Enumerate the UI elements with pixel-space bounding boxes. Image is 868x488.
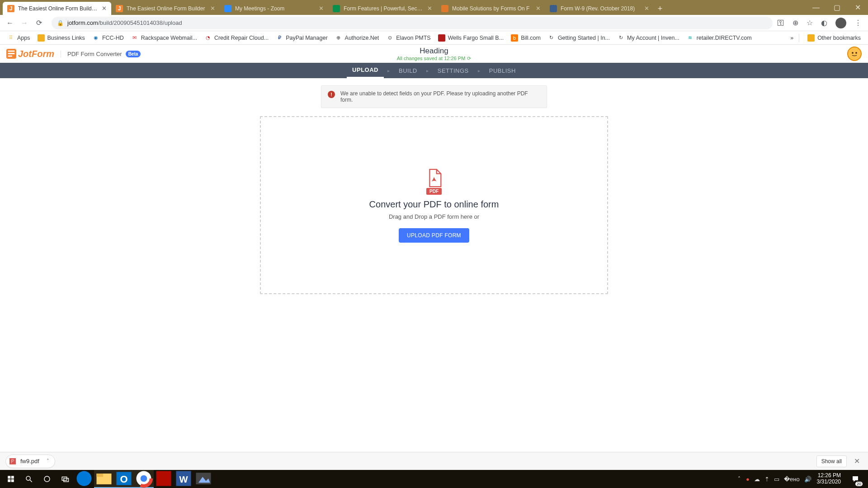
close-shelf-button[interactable]: ✕ xyxy=(851,455,863,467)
browser-tabstrip: J The Easiest Online Form Builder | ✕ J … xyxy=(0,0,868,15)
chevron-right-icon: ▸ xyxy=(426,68,429,73)
logo-mark-icon xyxy=(6,49,16,59)
tray-wifi-icon[interactable]: �ено xyxy=(784,476,800,483)
show-all-downloads-button[interactable]: Show all xyxy=(816,455,847,467)
close-icon[interactable]: ✕ xyxy=(102,5,107,11)
taskbar-app-edge[interactable] xyxy=(74,470,94,488)
key-icon[interactable]: ⚿ xyxy=(777,19,784,27)
star-icon[interactable]: ☆ xyxy=(807,19,813,27)
browser-tab[interactable]: My Meetings - Zoom ✕ xyxy=(220,2,328,15)
tray-icon[interactable]: ● xyxy=(746,476,750,483)
browser-tab[interactable]: Mobile Solutions by Forms On F ✕ xyxy=(437,2,545,15)
menu-icon[interactable]: ⋮ xyxy=(854,19,862,27)
maximize-button[interactable]: ▢ xyxy=(826,0,847,15)
chevron-up-icon[interactable]: ˄ xyxy=(47,458,49,464)
svg-point-2 xyxy=(855,52,857,54)
favicon-icon: J xyxy=(7,5,14,12)
close-icon[interactable]: ✕ xyxy=(644,5,649,11)
tab-title: The Easiest Online Form Builder | xyxy=(18,5,98,12)
pdf-file-icon: 🅿 xyxy=(9,458,16,465)
back-button[interactable]: ← xyxy=(4,17,16,29)
bookmark-item[interactable]: ↻Getting Started | In... xyxy=(545,33,613,43)
bookmark-item[interactable]: bBill.com xyxy=(508,33,543,43)
forward-button[interactable]: → xyxy=(18,17,31,29)
svg-point-1 xyxy=(852,52,854,54)
bookmark-item[interactable]: Business Links xyxy=(35,33,88,43)
stage-publish[interactable]: PUBLISH xyxy=(484,63,521,78)
bookmarks-overflow[interactable]: » xyxy=(790,35,793,41)
address-bar: ← → ⟳ 🔒 jotform.com/build/20090545101403… xyxy=(0,15,868,31)
tray-chevron-icon[interactable]: ˄ xyxy=(738,476,741,482)
svg-point-9 xyxy=(44,476,50,482)
bookmark-item[interactable]: ↻My Account | Inven... xyxy=(614,33,682,43)
upload-pdf-button[interactable]: UPLOAD PDF FORM xyxy=(399,228,469,243)
user-avatar[interactable] xyxy=(847,47,862,61)
download-item[interactable]: 🅿 fw9.pdf ˄ xyxy=(5,455,55,468)
url-input[interactable]: 🔒 jotform.com/build/200905451014038/uplo… xyxy=(52,17,773,29)
taskbar-app-explorer[interactable] xyxy=(94,470,114,488)
browser-tab[interactable]: J The Easiest Online Form Builder ✕ xyxy=(111,2,220,15)
favicon-icon xyxy=(333,5,340,12)
action-center-button[interactable]: 20 xyxy=(846,470,864,488)
close-icon[interactable]: ✕ xyxy=(319,5,324,11)
close-window-button[interactable]: ✕ xyxy=(847,0,868,15)
favicon-icon xyxy=(441,5,448,12)
bookmark-item[interactable]: ◉FCC-HD xyxy=(90,33,127,43)
taskbar-app-word[interactable]: W xyxy=(174,470,193,488)
bookmark-item[interactable]: ⊙Elavon PMTS xyxy=(383,33,433,43)
close-icon[interactable]: ✕ xyxy=(210,5,215,11)
taskbar-app-chrome[interactable] xyxy=(134,470,154,488)
svg-point-19 xyxy=(141,475,147,482)
browser-tab[interactable]: Form W-9 (Rev. October 2018) ✕ xyxy=(545,2,654,15)
svg-rect-20 xyxy=(156,471,171,486)
other-bookmarks[interactable]: Other bookmarks xyxy=(805,33,863,43)
zoom-icon[interactable]: ⊕ xyxy=(793,19,798,27)
start-button[interactable] xyxy=(2,470,20,488)
taskbar-clock[interactable]: 12:26 PM 3/31/2020 xyxy=(817,473,841,485)
error-icon: ! xyxy=(328,91,335,98)
taskbar-app-photos[interactable] xyxy=(193,470,213,488)
address-bar-actions: ⚿ ⊕ ☆ ◐ ⋮ xyxy=(777,18,864,28)
profile-avatar[interactable] xyxy=(835,18,846,28)
bookmark-item[interactable]: ≋retailer.DIRECTV.com xyxy=(684,33,755,43)
reload-button[interactable]: ⟳ xyxy=(33,17,45,29)
search-button[interactable] xyxy=(20,470,38,488)
notification-count: 20 xyxy=(855,482,863,486)
jotform-logo[interactable]: JotForm xyxy=(6,49,54,59)
close-icon[interactable]: ✕ xyxy=(427,5,432,11)
svg-rect-6 xyxy=(11,479,14,482)
stage-upload[interactable]: UPLOAD xyxy=(347,63,384,78)
stage-build[interactable]: BUILD xyxy=(393,63,423,78)
url-text: jotform.com/build/200905451014038/upload xyxy=(67,19,182,26)
minimize-button[interactable]: — xyxy=(806,0,826,15)
tray-icon[interactable]: ⇡ xyxy=(764,476,769,483)
bookmark-item[interactable]: ₽PayPal Manager xyxy=(273,33,330,43)
apps-button[interactable]: ⠿Apps xyxy=(5,33,33,43)
bookmark-item[interactable]: ◔Credit Repair Cloud... xyxy=(202,33,271,43)
task-view-button[interactable] xyxy=(56,470,74,488)
bookmark-item[interactable]: ✉Rackspace Webmail... xyxy=(128,33,200,43)
stage-settings[interactable]: SETTINGS xyxy=(432,63,474,78)
tab-title: My Meetings - Zoom xyxy=(235,5,315,12)
favicon-icon: J xyxy=(116,5,123,12)
favicon-icon xyxy=(550,5,557,12)
close-icon[interactable]: ✕ xyxy=(536,5,541,11)
browser-tab[interactable]: J The Easiest Online Form Builder | ✕ xyxy=(3,2,111,15)
tray-icon[interactable]: ☁ xyxy=(754,476,760,483)
tray-volume-icon[interactable]: 🔊 xyxy=(804,476,811,483)
browser-tab[interactable]: Form Features | Powerful, Secure ✕ xyxy=(328,2,437,15)
bookmark-item[interactable]: Wells Fargo Small B... xyxy=(435,33,506,43)
svg-point-12 xyxy=(77,471,92,486)
app-header: JotForm PDF Form Converter Beta Heading … xyxy=(0,45,868,63)
tray-battery-icon[interactable]: ▭ xyxy=(774,476,779,483)
new-tab-button[interactable]: + xyxy=(654,2,666,15)
bookmark-item[interactable]: ⊕Authorize.Net xyxy=(332,33,382,43)
extension-icon[interactable]: ◐ xyxy=(821,19,827,27)
taskbar-app-acrobat[interactable] xyxy=(154,470,174,488)
upload-dropzone[interactable]: PDF Convert your PDF to online form Drag… xyxy=(260,116,608,294)
stage-nav: UPLOAD ▸ BUILD ▸ SETTINGS ▸ PUBLISH xyxy=(0,63,868,78)
cortana-button[interactable] xyxy=(38,470,56,488)
favicon-icon xyxy=(224,5,231,12)
page-title[interactable]: Heading xyxy=(397,47,472,56)
taskbar-app-outlook[interactable]: O xyxy=(114,470,134,488)
